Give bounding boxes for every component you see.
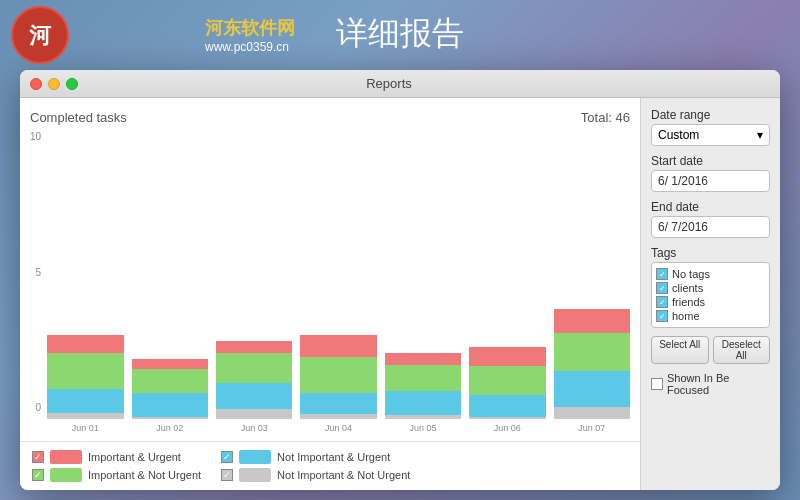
legend-item-green: ✓ Important & Not Urgent bbox=[32, 468, 201, 482]
minimize-button[interactable] bbox=[48, 78, 60, 90]
start-date-input[interactable]: 6/ 1/2016 bbox=[651, 170, 770, 192]
bar-segment-red-2 bbox=[216, 341, 292, 353]
end-date-section: End date 6/ 7/2016 bbox=[651, 200, 770, 238]
date-range-select[interactable]: Custom ▾ bbox=[651, 124, 770, 146]
bar-group-Jun-07: Jun 07 bbox=[554, 131, 630, 433]
legend-col-left: ✓ Important & Urgent ✓ Important & Not U… bbox=[32, 450, 201, 482]
y-label-10: 10 bbox=[30, 131, 41, 142]
bar-label-3: Jun 04 bbox=[325, 423, 352, 433]
bar-segment-blue-5 bbox=[469, 395, 545, 417]
bar-segment-red-4 bbox=[385, 353, 461, 365]
bar-segment-blue-0 bbox=[47, 389, 123, 413]
logo-icon: 河 bbox=[10, 5, 70, 65]
start-date-section: Start date 6/ 1/2016 bbox=[651, 154, 770, 192]
watermark-site-url: www.pc0359.cn bbox=[205, 40, 295, 54]
start-date-label: Start date bbox=[651, 154, 770, 168]
legend-col-right: ✓ Not Important & Urgent ✓ Not Important… bbox=[221, 450, 410, 482]
bar-segment-red-3 bbox=[300, 335, 376, 357]
tag-check-1[interactable]: ✓ bbox=[656, 282, 668, 294]
bar-segment-red-5 bbox=[469, 347, 545, 366]
chevron-down-icon: ▾ bbox=[757, 128, 763, 142]
bar-segment-gray-0 bbox=[47, 413, 123, 419]
bar-segment-green-1 bbox=[132, 369, 208, 393]
bar-segment-gray-1 bbox=[132, 417, 208, 419]
legend: ✓ Important & Urgent ✓ Important & Not U… bbox=[20, 441, 640, 490]
chart-body: 10 5 0 Jun 01Jun 02Jun 03Jun 04Jun 05Jun… bbox=[30, 131, 630, 433]
svg-point-0 bbox=[12, 7, 68, 63]
bar-label-1: Jun 02 bbox=[156, 423, 183, 433]
bar-label-0: Jun 01 bbox=[72, 423, 99, 433]
watermark-site-name: 河东软件网 bbox=[205, 16, 295, 40]
date-range-label: Date range bbox=[651, 108, 770, 122]
legend-label-gray: Not Important & Not Urgent bbox=[277, 469, 410, 481]
bar-segment-green-3 bbox=[300, 357, 376, 393]
legend-check-red[interactable]: ✓ bbox=[32, 451, 44, 463]
shown-checkbox[interactable] bbox=[651, 378, 663, 390]
bar-segment-green-4 bbox=[385, 365, 461, 391]
chart-total: Total: 46 bbox=[581, 110, 630, 125]
legend-swatch-blue bbox=[239, 450, 271, 464]
bar-segment-blue-4 bbox=[385, 391, 461, 415]
reports-window: Reports Completed tasks Total: 46 10 5 0 bbox=[20, 70, 780, 490]
end-date-input[interactable]: 6/ 7/2016 bbox=[651, 216, 770, 238]
bar-segment-blue-2 bbox=[216, 383, 292, 409]
legend-swatch-red bbox=[50, 450, 82, 464]
bar-label-2: Jun 03 bbox=[241, 423, 268, 433]
bar-segment-blue-1 bbox=[132, 393, 208, 417]
tag-check-3[interactable]: ✓ bbox=[656, 310, 668, 322]
tag-item-3: ✓home bbox=[656, 309, 765, 323]
tags-label: Tags bbox=[651, 246, 770, 260]
title-bar: Reports bbox=[20, 70, 780, 98]
tag-item-1: ✓clients bbox=[656, 281, 765, 295]
tag-check-2[interactable]: ✓ bbox=[656, 296, 668, 308]
legend-check-blue[interactable]: ✓ bbox=[221, 451, 233, 463]
legend-label-red: Important & Urgent bbox=[88, 451, 181, 463]
tag-item-2: ✓friends bbox=[656, 295, 765, 309]
date-range-value: Custom bbox=[658, 128, 699, 142]
bar-group-Jun-06: Jun 06 bbox=[469, 131, 545, 433]
legend-item-blue: ✓ Not Important & Urgent bbox=[221, 450, 410, 464]
tags-buttons: Select All Deselect All bbox=[651, 336, 770, 364]
main-content: Completed tasks Total: 46 10 5 0 Jun 01J… bbox=[20, 98, 780, 490]
bar-segment-red-0 bbox=[47, 335, 123, 353]
chart-header: Completed tasks Total: 46 bbox=[30, 110, 630, 125]
shown-in-focused-row: Shown In Be Focused bbox=[651, 372, 770, 396]
bar-segment-green-6 bbox=[554, 333, 630, 371]
close-button[interactable] bbox=[30, 78, 42, 90]
select-all-button[interactable]: Select All bbox=[651, 336, 709, 364]
bar-group-Jun-05: Jun 05 bbox=[385, 131, 461, 433]
bar-segment-gray-5 bbox=[469, 417, 545, 419]
bar-group-Jun-01: Jun 01 bbox=[47, 131, 123, 433]
bar-segment-gray-3 bbox=[300, 414, 376, 419]
legend-check-gray[interactable]: ✓ bbox=[221, 469, 233, 481]
bar-segment-green-0 bbox=[47, 353, 123, 389]
bar-segment-red-1 bbox=[132, 359, 208, 369]
bar-segment-red-6 bbox=[554, 309, 630, 333]
traffic-lights bbox=[30, 78, 78, 90]
tags-section: Tags ✓No tags✓clients✓friends✓home bbox=[651, 246, 770, 328]
maximize-button[interactable] bbox=[66, 78, 78, 90]
deselect-all-button[interactable]: Deselect All bbox=[713, 336, 771, 364]
page-title: 详细报告 bbox=[336, 12, 464, 56]
shown-label: Shown In Be Focused bbox=[667, 372, 770, 396]
bar-segment-blue-3 bbox=[300, 393, 376, 415]
legend-swatch-green bbox=[50, 468, 82, 482]
svg-text:河: 河 bbox=[29, 23, 52, 48]
bar-label-4: Jun 05 bbox=[409, 423, 436, 433]
tag-label-0: No tags bbox=[672, 268, 710, 280]
legend-label-green: Important & Not Urgent bbox=[88, 469, 201, 481]
bars-container: Jun 01Jun 02Jun 03Jun 04Jun 05Jun 06Jun … bbox=[47, 131, 630, 433]
bar-segment-green-5 bbox=[469, 366, 545, 395]
watermark-text-block: 河东软件网 www.pc0359.cn bbox=[205, 16, 295, 54]
chart-title: Completed tasks bbox=[30, 110, 127, 125]
bar-group-Jun-02: Jun 02 bbox=[132, 131, 208, 433]
legend-item-red: ✓ Important & Urgent bbox=[32, 450, 201, 464]
window-title: Reports bbox=[88, 76, 690, 91]
tag-check-0[interactable]: ✓ bbox=[656, 268, 668, 280]
right-panel: Date range Custom ▾ Start date 6/ 1/2016… bbox=[640, 98, 780, 490]
y-axis: 10 5 0 bbox=[30, 131, 47, 433]
chart-area: Completed tasks Total: 46 10 5 0 Jun 01J… bbox=[20, 98, 640, 441]
legend-check-green[interactable]: ✓ bbox=[32, 469, 44, 481]
legend-item-gray: ✓ Not Important & Not Urgent bbox=[221, 468, 410, 482]
bar-group-Jun-03: Jun 03 bbox=[216, 131, 292, 433]
